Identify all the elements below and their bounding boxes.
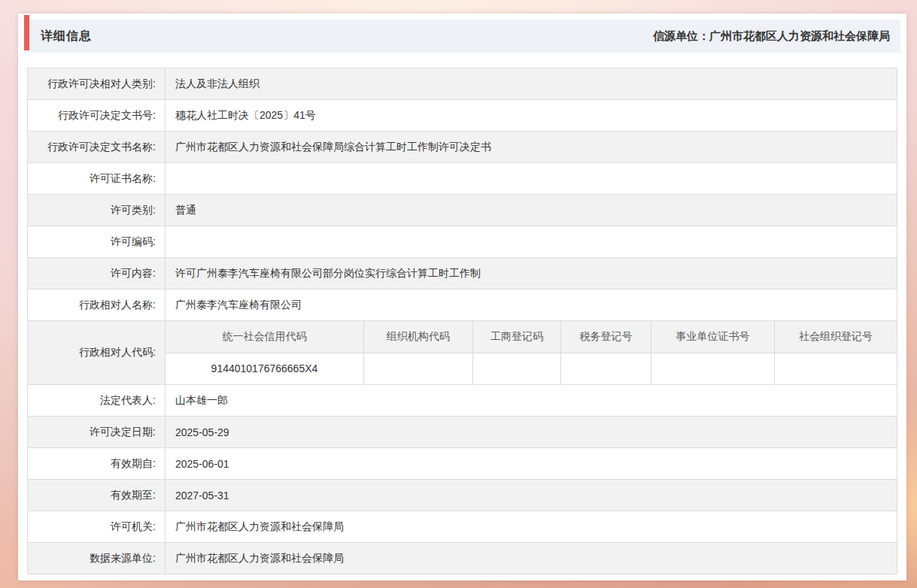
- row-value: 法人及非法人组织: [165, 68, 897, 100]
- detail-table: 行政许可决相对人类别:法人及非法人组织行政许可决定文书号:穗花人社工时决〔202…: [27, 68, 897, 574]
- table-row: 许可决定日期:2025-05-29: [28, 417, 897, 448]
- table-row: 行政许可决定文书号:穗花人社工时决〔2025〕41号: [28, 100, 897, 132]
- table-row: 有效期至:2027-05-31: [28, 480, 897, 511]
- code-value: [472, 353, 561, 384]
- code-row: 行政相对人代码:统一社会信用代码组织机构代码工商登记码税务登记号事业单位证书号社…: [28, 321, 897, 385]
- row-label: 行政许可决定文书名称:: [28, 132, 165, 163]
- table-row: 许可机关:广州市花都区人力资源和社会保障局: [28, 511, 897, 543]
- row-value: [165, 226, 897, 258]
- code-value: [561, 353, 651, 384]
- row-label: 许可类别:: [28, 195, 165, 226]
- table-row: 有效期自:2025-06-01: [28, 448, 897, 480]
- row-value: 2025-05-29: [165, 417, 897, 448]
- table-row: 数据来源单位:广州市花都区人力资源和社会保障局: [28, 543, 897, 574]
- table-row: 许可证书名称:: [28, 163, 897, 195]
- page-title: 详细信息: [41, 29, 92, 44]
- row-value: 广州市花都区人力资源和社会保障局综合计算工时工作制许可决定书: [165, 132, 897, 163]
- table-row: 许可编码:: [28, 226, 897, 258]
- row-value: 广州市花都区人力资源和社会保障局: [165, 511, 897, 543]
- row-label: 法定代表人:: [28, 385, 165, 417]
- detail-panel: 详细信息 信源单位：广州市花都区人力资源和社会保障局 行政许可决相对人类别:法人…: [18, 14, 906, 580]
- row-value: 广州市花都区人力资源和社会保障局: [165, 543, 897, 574]
- row-label: 许可编码:: [28, 226, 165, 258]
- code-value: [651, 353, 774, 384]
- row-label: 许可决定日期:: [28, 417, 165, 448]
- row-value: [165, 163, 897, 195]
- table-row: 法定代表人:山本雄一郎: [28, 385, 897, 417]
- row-label: 数据来源单位:: [28, 543, 165, 574]
- code-table: 统一社会信用代码组织机构代码工商登记码税务登记号事业单位证书号社会组织登记号91…: [165, 321, 897, 384]
- code-column-header: 组织机构代码: [363, 321, 472, 353]
- code-column-header: 税务登记号: [561, 321, 651, 353]
- table-row: 行政许可决相对人类别:法人及非法人组织: [28, 68, 897, 100]
- row-label: 许可机关:: [28, 511, 165, 543]
- row-label: 行政许可决定文书号:: [28, 100, 165, 132]
- code-column-header: 社会组织登记号: [775, 321, 897, 353]
- page-background: { "page": { "header": { "title": "详细信息",…: [0, 0, 917, 588]
- row-value: 普通: [165, 195, 897, 226]
- row-label: 有效期自:: [28, 448, 165, 480]
- code-value: 9144010176766665X4: [165, 353, 363, 384]
- row-label: 行政相对人名称:: [28, 289, 165, 321]
- row-value: 2027-05-31: [165, 480, 897, 511]
- code-value: [363, 353, 472, 384]
- row-label: 许可证书名称:: [28, 163, 165, 195]
- code-value-row: 9144010176766665X4: [165, 353, 897, 384]
- table-row: 许可内容:许可广州泰李汽车座椅有限公司部分岗位实行综合计算工时工作制: [28, 258, 897, 289]
- code-value: [775, 353, 897, 384]
- code-header-row: 统一社会信用代码组织机构代码工商登记码税务登记号事业单位证书号社会组织登记号: [165, 321, 897, 353]
- row-label: 有效期至:: [28, 480, 165, 511]
- row-label: 行政许可决相对人类别:: [28, 68, 165, 100]
- code-column-header: 工商登记码: [472, 321, 561, 353]
- row-value: 许可广州泰李汽车座椅有限公司部分岗位实行综合计算工时工作制: [165, 258, 897, 289]
- row-value: 广州泰李汽车座椅有限公司: [165, 289, 897, 321]
- table-row: 许可类别:普通: [28, 195, 897, 226]
- code-column-header: 事业单位证书号: [651, 321, 774, 353]
- row-label: 许可内容:: [28, 258, 165, 289]
- detail-table-body: 行政许可决相对人类别:法人及非法人组织行政许可决定文书号:穗花人社工时决〔202…: [28, 68, 897, 574]
- table-row: 行政许可决定文书名称:广州市花都区人力资源和社会保障局综合计算工时工作制许可决定…: [28, 132, 897, 163]
- accent-bar: [24, 15, 29, 50]
- source-unit-label: 信源单位：广州市花都区人力资源和社会保障局: [653, 29, 890, 44]
- row-label: 行政相对人代码:: [28, 321, 165, 385]
- row-value: 山本雄一郎: [165, 385, 897, 417]
- section-header: 详细信息 信源单位：广州市花都区人力资源和社会保障局: [24, 20, 900, 53]
- row-value: 2025-06-01: [165, 448, 897, 480]
- table-row: 行政相对人名称:广州泰李汽车座椅有限公司: [28, 289, 897, 321]
- code-column-header: 统一社会信用代码: [165, 321, 363, 353]
- row-value: 穗花人社工时决〔2025〕41号: [165, 100, 897, 132]
- row-value: 统一社会信用代码组织机构代码工商登记码税务登记号事业单位证书号社会组织登记号91…: [165, 321, 897, 385]
